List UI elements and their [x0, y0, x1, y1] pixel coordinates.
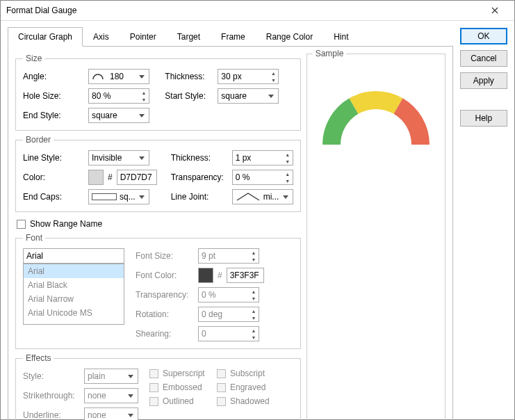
spinner-border-transparency[interactable]: 0 % ▲▼: [232, 170, 293, 185]
checkbox-subscript[interactable]: [217, 369, 226, 378]
label-strikethrough: Strikethrough:: [23, 391, 80, 401]
close-button[interactable]: [481, 1, 509, 20]
combo-effect-style[interactable]: plain: [84, 369, 138, 384]
miter-joint-icon: [236, 192, 261, 202]
input-border-color-hex[interactable]: [117, 170, 157, 185]
combo-underline[interactable]: none: [84, 407, 138, 420]
label-line-joint: Line Joint:: [171, 192, 228, 202]
label-end-caps: End Caps:: [23, 192, 84, 202]
spinner-font-transparency[interactable]: 0 %▲▼: [198, 287, 259, 302]
label-border-transparency: Transparency:: [171, 172, 228, 182]
checkbox-show-range-name[interactable]: [17, 220, 26, 229]
font-option[interactable]: Arial Black: [24, 278, 124, 292]
spin-up-icon[interactable]: ▲: [283, 151, 293, 158]
label-rotation: Rotation:: [136, 309, 194, 319]
spin-down-icon[interactable]: ▼: [268, 76, 278, 83]
combo-angle[interactable]: 180: [88, 69, 149, 84]
settings-panel: Size Angle: 180: [15, 54, 301, 420]
apply-button[interactable]: Apply: [460, 72, 507, 89]
tab-hint[interactable]: Hint: [323, 27, 359, 47]
label-hole-size: Hole Size:: [23, 91, 84, 101]
semicircle-icon: [92, 72, 104, 81]
tab-pointer[interactable]: Pointer: [120, 27, 167, 47]
spin-down-icon[interactable]: ▼: [139, 96, 149, 103]
tab-frame[interactable]: Frame: [211, 27, 256, 47]
spin-up-icon[interactable]: ▲: [139, 89, 149, 96]
label-end-style: End Style:: [23, 111, 84, 120]
tab-target[interactable]: Target: [167, 27, 211, 47]
combo-line-joint[interactable]: mi...: [232, 189, 293, 204]
combo-start-style[interactable]: square: [218, 88, 279, 104]
spinner-font-size[interactable]: 9 pt▲▼: [198, 248, 259, 264]
fieldset-effects: Effects Style: plain Strikethrough: none…: [15, 353, 301, 420]
spin-up-icon[interactable]: ▲: [283, 170, 293, 177]
input-font-color-hex[interactable]: [227, 268, 264, 283]
spinner-border-thickness[interactable]: 1 px ▲▼: [232, 150, 293, 165]
label-thickness: Thickness:: [165, 72, 213, 81]
combo-strikethrough[interactable]: none: [84, 388, 138, 403]
legend-font: Font: [23, 233, 45, 243]
label-font-color: Font Color:: [136, 270, 194, 280]
gauge-icon: [320, 89, 432, 159]
label-show-range-name: Show Range Name: [30, 219, 102, 229]
label-angle: Angle:: [23, 72, 84, 81]
gauge-preview: [320, 89, 432, 159]
label-shearing: Shearing:: [136, 329, 194, 339]
checkbox-outlined[interactable]: [149, 397, 158, 406]
spin-down-icon[interactable]: ▼: [283, 177, 293, 184]
tab-range-color[interactable]: Range Color: [256, 27, 323, 47]
spin-up-icon[interactable]: ▲: [268, 70, 278, 76]
label-start-style: Start Style:: [165, 91, 213, 101]
listbox-font[interactable]: Arial Arial Black Arial Narrow Arial Uni…: [23, 264, 124, 325]
ok-button[interactable]: OK: [460, 28, 507, 45]
spinner-hole-size[interactable]: 80 % ▲▼: [88, 88, 149, 104]
dialog-window: Format Dial Gauge Circular Graph Axis Po…: [0, 0, 515, 420]
spinner-rotation[interactable]: 0 deg▲▼: [198, 307, 259, 322]
fieldset-border: Border Line Style: Invisible Color:: [15, 135, 301, 212]
label-border-color: Color:: [23, 172, 84, 182]
sample-box: Sample: [306, 54, 445, 420]
label-underline: Underline:: [23, 410, 80, 420]
legend-size: Size: [23, 54, 44, 63]
tab-axis[interactable]: Axis: [83, 27, 120, 47]
tab-panel: Size Angle: 180: [8, 47, 453, 420]
dialog-body: Circular Graph Axis Pointer Target Frame…: [1, 21, 514, 420]
titlebar: Format Dial Gauge: [1, 1, 514, 21]
spin-down-icon[interactable]: ▼: [283, 158, 293, 165]
label-font-size: Font Size:: [136, 251, 194, 261]
swatch-border-color[interactable]: [88, 170, 104, 185]
font-option[interactable]: Arial Unicode MS: [24, 306, 124, 320]
legend-border: Border: [23, 135, 54, 145]
label-border-thickness: Thickness:: [171, 153, 228, 163]
checkbox-shadowed[interactable]: [217, 397, 226, 406]
input-font-search[interactable]: [23, 248, 124, 264]
fieldset-size: Size Angle: 180: [15, 54, 301, 131]
checkbox-engraved[interactable]: [217, 383, 226, 392]
end-cap-preview-icon: [92, 193, 117, 200]
window-title: Format Dial Gauge: [6, 6, 481, 15]
label-line-style: Line Style:: [23, 153, 84, 163]
spinner-thickness[interactable]: 30 px ▲▼: [218, 69, 279, 84]
label-font-transparency: Transparency:: [136, 290, 194, 300]
tab-bar: Circular Graph Axis Pointer Target Frame…: [8, 26, 453, 47]
combo-line-style[interactable]: Invisible: [88, 150, 149, 165]
swatch-font-color[interactable]: [198, 268, 213, 283]
main-column: Circular Graph Axis Pointer Target Frame…: [8, 26, 453, 420]
fieldset-font: Font Arial Arial Black Arial Narrow Aria…: [15, 233, 301, 349]
close-icon: [491, 7, 498, 14]
combo-end-caps[interactable]: sq...: [88, 189, 149, 204]
sample-panel: Sample: [306, 54, 445, 420]
checkbox-embossed[interactable]: [149, 383, 158, 392]
help-button[interactable]: Help: [460, 110, 507, 127]
tab-circular-graph[interactable]: Circular Graph: [8, 27, 83, 47]
button-column: OK Cancel Apply Help: [460, 26, 507, 420]
label-effect-style: Style:: [23, 371, 80, 381]
spinner-shearing[interactable]: 0▲▼: [198, 326, 259, 341]
hash-symbol: #: [108, 172, 113, 182]
font-option[interactable]: Arial: [24, 264, 124, 278]
combo-end-style[interactable]: square: [88, 108, 149, 123]
font-option[interactable]: Arial Narrow: [24, 292, 124, 306]
cancel-button[interactable]: Cancel: [460, 50, 507, 67]
legend-sample: Sample: [313, 49, 347, 58]
checkbox-superscript[interactable]: [149, 369, 158, 378]
